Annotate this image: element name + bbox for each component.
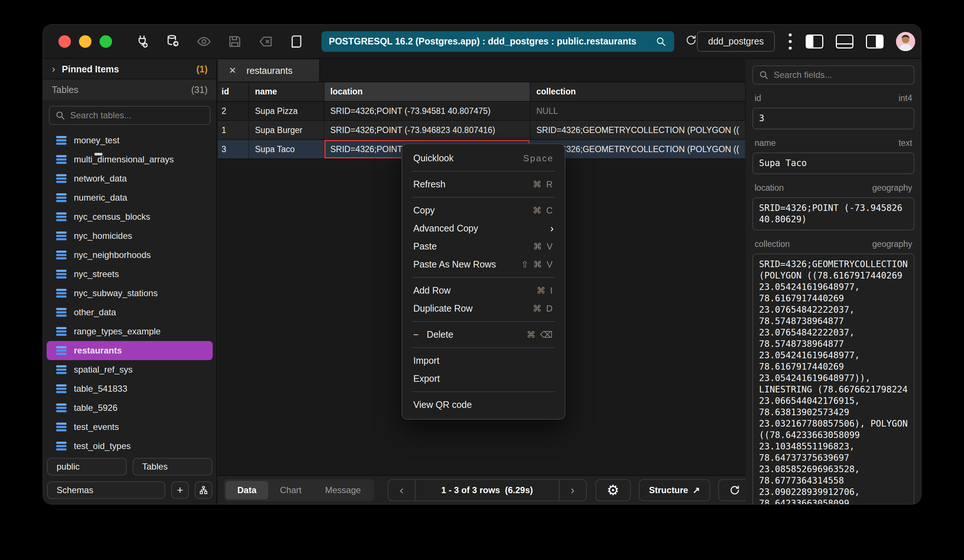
- sidebar-table-item[interactable]: nyc_neighborhoods: [43, 246, 217, 265]
- settings-button[interactable]: ⚙: [596, 479, 631, 501]
- search-icon: [758, 70, 769, 80]
- shortcut: ⌘ I: [537, 285, 554, 296]
- search-icon[interactable]: [655, 36, 667, 47]
- menu-item-export[interactable]: Export: [402, 370, 565, 387]
- table-search-input[interactable]: [70, 110, 205, 120]
- table-row[interactable]: 2 Supa Pizza SRID=4326;POINT (-73.94581 …: [218, 102, 746, 121]
- field-value-id[interactable]: 3: [752, 107, 914, 129]
- save-icon[interactable]: [227, 34, 242, 49]
- sidebar-table-item[interactable]: test_events: [43, 417, 217, 436]
- sidebar-table-item[interactable]: nyc_subway_stations: [43, 284, 217, 303]
- sidebar-table-item[interactable]: nyc_homicides: [43, 226, 217, 246]
- table-icon: [56, 289, 67, 298]
- sidebar-table-item[interactable]: network_data: [43, 169, 217, 188]
- sql-query-icon[interactable]: [289, 34, 304, 49]
- menu-item-advanced-copy[interactable]: Advanced Copy ›: [402, 219, 565, 238]
- field-value-collection[interactable]: SRID=4326;GEOMETRYCOLLECTION (POLYGON ((…: [752, 254, 914, 504]
- cell-name[interactable]: Supa Burger: [249, 121, 324, 139]
- close-tab-icon[interactable]: ✕: [229, 65, 236, 76]
- tables-section-header: Tables (31): [43, 79, 217, 100]
- sidebar-table-item[interactable]: test_oid_types: [43, 436, 217, 456]
- cell-id[interactable]: 2: [218, 102, 249, 120]
- menu-item-paste[interactable]: Paste ⌘ V: [402, 238, 565, 256]
- column-header-name[interactable]: name: [249, 82, 324, 101]
- discard-changes-icon[interactable]: [258, 34, 273, 49]
- next-page-button[interactable]: ›: [560, 480, 586, 500]
- table-name: restaurants: [74, 345, 122, 356]
- tab-chart[interactable]: Chart: [268, 481, 313, 499]
- schema-diagram-button[interactable]: [195, 481, 212, 499]
- database-name-button[interactable]: ddd_postgres: [697, 31, 775, 52]
- open-database-icon[interactable]: [166, 34, 181, 49]
- table-name: nyc_census_blocks: [74, 212, 150, 222]
- sidebar-table-item[interactable]: range_types_example: [43, 322, 217, 341]
- sidebar-table-item[interactable]: nyc_streets: [43, 265, 217, 284]
- structure-button[interactable]: Structure ↗: [639, 479, 710, 501]
- sidebar-table-item[interactable]: other_data: [43, 303, 217, 322]
- field-search[interactable]: [752, 65, 914, 85]
- tab-data[interactable]: Data: [226, 481, 268, 499]
- schemas-button[interactable]: Schemas: [47, 481, 165, 499]
- new-connection-icon[interactable]: [135, 34, 150, 49]
- field-type: text: [899, 138, 912, 148]
- table-icon: [56, 327, 67, 336]
- prev-page-button[interactable]: ‹: [388, 480, 415, 500]
- object-type-selector-button[interactable]: Tables: [133, 458, 212, 475]
- toggle-right-panel-icon[interactable]: [866, 34, 884, 49]
- field-search-input[interactable]: [774, 70, 909, 80]
- cell-collection[interactable]: NULL: [531, 102, 746, 120]
- column-header-collection[interactable]: collection: [531, 82, 746, 101]
- table-name: table_541833: [74, 384, 127, 394]
- cell-collection[interactable]: SRID=4326;GEOMETRYCOLLECTION (POLYGON ((: [531, 121, 746, 139]
- column-header-id[interactable]: id: [218, 82, 249, 101]
- menu-item-refresh[interactable]: Refresh ⌘ R: [402, 175, 565, 193]
- shortcut: ⌘ V: [533, 241, 554, 252]
- column-header-location[interactable]: location: [324, 82, 531, 101]
- add-item-button[interactable]: +: [171, 481, 189, 499]
- cell-name[interactable]: Supa Pizza: [249, 102, 324, 120]
- cell-name[interactable]: Supa Taco: [249, 140, 324, 158]
- menu-item-view-qr-code[interactable]: View QR code: [402, 396, 565, 414]
- menu-item-paste-as-new-rows[interactable]: Paste As New Rows ⇧ ⌘ V: [402, 256, 565, 273]
- toggle-bottom-panel-icon[interactable]: [836, 34, 853, 49]
- sync-icon[interactable]: [685, 34, 697, 49]
- tab-message[interactable]: Message: [313, 481, 373, 499]
- table-icon: [56, 270, 67, 278]
- sidebar-table-item[interactable]: numeric_data: [43, 188, 217, 207]
- sidebar-table-item[interactable]: table_541833: [43, 379, 217, 398]
- menu-item-delete[interactable]: − Delete ⌘ ⌫: [402, 326, 565, 343]
- connection-title-bar[interactable]: POSTGRESQL 16.2 (Postgres.app) : ddd_pos…: [321, 31, 674, 52]
- menu-item-quicklook[interactable]: Quicklook Space: [402, 149, 565, 167]
- field-value-location[interactable]: SRID=4326;POINT (-73.945826 40.80629): [752, 197, 914, 230]
- sidebar-table-item[interactable]: spatial_ref_sys: [43, 360, 217, 379]
- table-row[interactable]: 1 Supa Burger SRID=4326;POINT (-73.94682…: [218, 121, 746, 140]
- menu-item-copy[interactable]: Copy ⌘ C: [402, 201, 565, 219]
- menu-item-add-row[interactable]: Add Row ⌘ I: [402, 282, 565, 300]
- table-search[interactable]: [49, 106, 210, 125]
- cell-location[interactable]: SRID=4326;POINT (-73.94581 40.807475): [324, 102, 531, 120]
- menu-item-duplicate-row[interactable]: Duplicate Row ⌘ D: [402, 300, 565, 317]
- sidebar-table-item[interactable]: multi_dimensional_arrays: [43, 150, 217, 169]
- tab-restaurants[interactable]: ✕ restaurants: [218, 60, 320, 81]
- close-window-button[interactable]: [59, 35, 71, 48]
- cell-location[interactable]: SRID=4326;POINT (-73.946823 40.807416): [324, 121, 531, 139]
- cell-id[interactable]: 3: [218, 140, 249, 158]
- user-avatar[interactable]: [896, 32, 915, 51]
- field-value-name[interactable]: Supa Taco: [752, 153, 914, 174]
- toggle-left-panel-icon[interactable]: [806, 34, 823, 49]
- shortcut: ⌘ R: [533, 179, 554, 190]
- sidebar-table-item[interactable]: restaurants: [47, 341, 213, 360]
- sidebar-table-item[interactable]: money_test: [43, 131, 217, 150]
- menu-item-import[interactable]: Import: [402, 352, 565, 370]
- table-icon: [56, 193, 67, 202]
- sidebar-table-item[interactable]: nyc_census_blocks: [43, 207, 217, 226]
- minimize-window-button[interactable]: [79, 35, 91, 48]
- pinned-items-section[interactable]: › Pinned Items (1): [43, 60, 217, 79]
- cell-id[interactable]: 1: [218, 121, 249, 139]
- more-options-icon[interactable]: [787, 33, 793, 50]
- sidebar-table-item[interactable]: table_5926: [43, 398, 217, 417]
- preview-eye-icon[interactable]: [197, 34, 211, 49]
- schema-selector-button[interactable]: public: [47, 458, 127, 475]
- table-name: numeric_data: [74, 192, 127, 203]
- zoom-window-button[interactable]: [99, 35, 112, 48]
